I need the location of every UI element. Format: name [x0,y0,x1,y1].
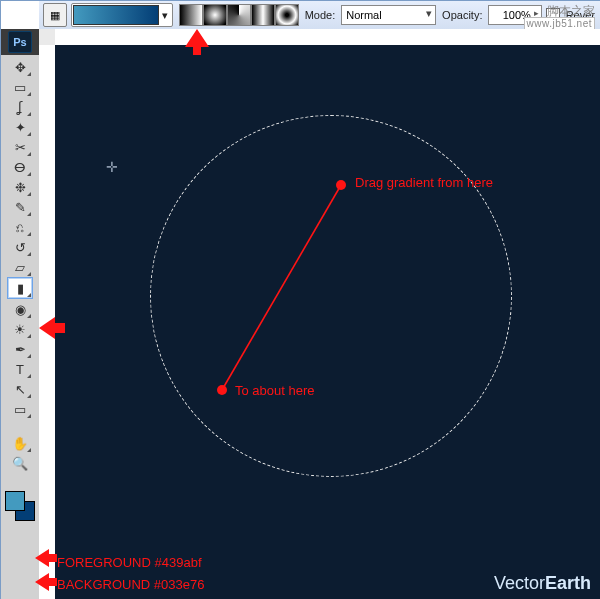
transform-center-icon: ✛ [105,160,119,174]
flyout-icon [27,212,31,216]
toolbox: ✥ ▭ ʆ ✦ ✂ ⴱ ❉ ✎ ⎌ ↺ ▱ ▮ ◉ ☀ ✒ T ↖ ▭ ✋ 🔍 [1,55,40,599]
eraser-tool[interactable]: ▱ [8,257,32,277]
app-header: Ps [1,29,39,55]
app-window: ▦ ▾ Mode: Normal Opacity: 100% Rever 脚本之… [0,0,600,599]
toolbox-divider [8,421,32,431]
callout-arrow-gradient-tool [39,317,65,339]
opacity-label: Opacity: [442,9,482,21]
callout-arrow-gradient-type [185,29,215,55]
zoom-icon: 🔍 [12,456,28,471]
hand-icon: ✋ [12,436,28,451]
svg-marker-2 [39,317,65,339]
tool-preset-picker[interactable]: ▦ [43,3,67,27]
eyedropper-icon: ⴱ [14,160,26,175]
marquee-tool[interactable]: ▭ [8,77,32,97]
shape-icon: ▭ [14,402,26,417]
gradient-angle-button[interactable] [227,4,251,26]
color-swatches[interactable] [5,491,35,521]
foreground-swatch[interactable] [5,491,25,511]
move-icon: ✥ [15,60,26,75]
eraser-icon: ▱ [15,260,25,275]
type-tool[interactable]: T [8,359,32,379]
crop-icon: ✂ [15,140,26,155]
gradient-swatch [73,5,159,25]
photoshop-logo-icon: Ps [8,31,32,53]
flyout-icon [27,293,31,297]
wand-icon: ✦ [15,120,26,135]
marquee-icon: ▭ [14,80,26,95]
shape-tool[interactable]: ▭ [8,399,32,419]
flyout-icon [27,192,31,196]
blur-tool[interactable]: ◉ [8,299,32,319]
ruler-horizontal[interactable] [55,29,600,46]
brand-vector: Vector [494,573,545,593]
path-icon: ↖ [15,382,26,397]
pen-tool[interactable]: ✒ [8,339,32,359]
flyout-icon [27,232,31,236]
blend-mode-select[interactable]: Normal [341,5,436,25]
ruler-origin[interactable] [39,29,56,46]
flyout-icon [27,414,31,418]
dodge-icon: ☀ [14,322,26,337]
flyout-icon [27,252,31,256]
gradient-diamond-button[interactable] [275,4,299,26]
dodge-tool[interactable]: ☀ [8,319,32,339]
flyout-icon [27,354,31,358]
flyout-icon [27,112,31,116]
gradient-reflected-button[interactable] [251,4,275,26]
callout-arrow-foreground [35,549,57,567]
annotation-foreground: FOREGROUND #439abf [57,555,202,570]
gradient-tool-icon: ▦ [50,9,60,22]
mode-label: Mode: [305,9,336,21]
stamp-tool[interactable]: ⎌ [8,217,32,237]
svg-marker-3 [35,549,57,567]
flyout-icon [27,394,31,398]
flyout-icon [27,314,31,318]
brush-icon: ✎ [15,200,26,215]
gradient-icon: ▮ [17,281,24,296]
gradient-picker[interactable]: ▾ [71,3,173,27]
lasso-tool[interactable]: ʆ [8,97,32,117]
gradient-radial-button[interactable] [203,4,227,26]
options-bar: ▦ ▾ Mode: Normal Opacity: 100% Rever [39,1,600,30]
annotation-background: BACKGROUND #033e76 [57,577,204,592]
move-tool[interactable]: ✥ [8,57,32,77]
heal-icon: ❉ [15,180,26,195]
pen-icon: ✒ [15,342,26,357]
gradient-type-group [179,4,299,26]
crop-tool[interactable]: ✂ [8,137,32,157]
svg-marker-4 [35,573,57,591]
hand-tool[interactable]: ✋ [8,433,32,453]
eyedropper-tool[interactable]: ⴱ [8,157,32,177]
vectorearth-watermark: VectorEarth [494,573,591,594]
flyout-icon [27,374,31,378]
drag-end-dot [217,385,227,395]
blend-mode-value: Normal [346,9,381,21]
chevron-down-icon: ▾ [159,6,171,24]
type-icon: T [16,362,24,377]
gradient-linear-button[interactable] [179,4,203,26]
wand-tool[interactable]: ✦ [8,117,32,137]
blur-icon: ◉ [15,302,26,317]
gradient-tool[interactable]: ▮ [7,277,33,299]
flyout-icon [27,132,31,136]
document-canvas[interactable]: ✛ Drag gradient from here To about here … [55,45,600,599]
zoom-tool[interactable]: 🔍 [8,453,32,473]
path-select-tool[interactable]: ↖ [8,379,32,399]
flyout-icon [27,72,31,76]
toolbox-divider [8,475,32,485]
lasso-icon: ʆ [18,100,22,115]
brand-earth: Earth [545,573,591,593]
heal-tool[interactable]: ❉ [8,177,32,197]
history-brush-tool[interactable]: ↺ [8,237,32,257]
callout-arrow-background [35,573,57,591]
brush-tool[interactable]: ✎ [8,197,32,217]
drag-start-dot [336,180,346,190]
stamp-icon: ⎌ [16,220,24,235]
annotation-drag-from: Drag gradient from here [355,175,493,190]
flyout-icon [27,152,31,156]
canvas-area: ✛ Drag gradient from here To about here … [39,29,600,599]
flyout-icon [27,172,31,176]
flyout-icon [27,272,31,276]
flyout-icon [27,334,31,338]
